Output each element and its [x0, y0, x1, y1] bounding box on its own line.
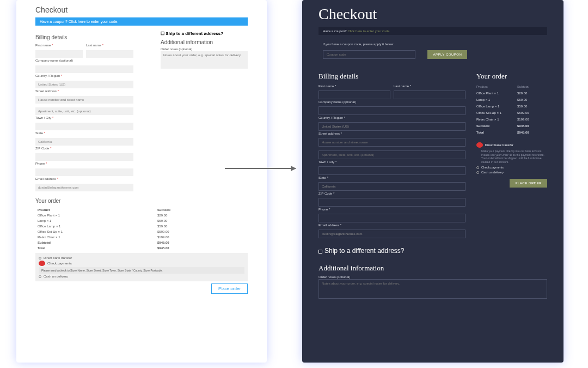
- billing-heading: Billing details: [318, 72, 465, 81]
- phone-label: Phone *: [35, 162, 133, 165]
- notes-textarea[interactable]: [161, 51, 248, 69]
- coupon-form: If you have a coupon code, please apply …: [318, 39, 547, 62]
- lastname-input[interactable]: [394, 91, 465, 99]
- lastname-input[interactable]: [86, 50, 133, 58]
- firstname-label: First name *: [318, 85, 390, 88]
- pay-check-radio[interactable]: Check payments: [39, 261, 244, 266]
- town-label: Town / City *: [35, 116, 133, 119]
- email-input[interactable]: [318, 230, 465, 238]
- company-label: Company name (optional): [318, 100, 465, 104]
- table-row: Lamp × 1$59.00: [35, 218, 248, 224]
- zip-input[interactable]: [35, 153, 133, 161]
- notes-label: Order notes (optional): [318, 275, 547, 279]
- table-row: Office Plant × 1$29.00: [476, 90, 547, 96]
- street1-input[interactable]: [35, 96, 133, 104]
- order-table: ProductSubtotal Office Plant × 1$29.00La…: [476, 83, 547, 136]
- street2-input[interactable]: [318, 150, 465, 159]
- town-label: Town / City *: [318, 160, 465, 164]
- company-input[interactable]: [318, 106, 465, 115]
- street1-input[interactable]: [318, 138, 465, 147]
- firstname-input[interactable]: [35, 50, 83, 58]
- phone-input[interactable]: [318, 214, 465, 222]
- company-label: Company name (optional): [35, 59, 133, 62]
- ship-diff-checkbox[interactable]: ☐ Ship to a different address?: [161, 31, 248, 36]
- firstname-input[interactable]: [318, 91, 390, 99]
- state-select[interactable]: [318, 182, 465, 191]
- ship-diff-checkbox[interactable]: Ship to a different address?: [318, 247, 547, 255]
- place-order-button[interactable]: PLACE ORDER: [510, 179, 547, 188]
- state-select[interactable]: [35, 138, 133, 146]
- coupon-banner[interactable]: Have a coupon? Click here to enter your …: [35, 17, 248, 26]
- place-order-button[interactable]: Place order: [211, 283, 248, 294]
- table-row: Office Lamp × 1$59.00: [35, 224, 248, 229]
- pay-check-radio[interactable]: Check payments: [476, 166, 547, 169]
- phone-input[interactable]: [35, 168, 133, 176]
- coupon-input[interactable]: [323, 50, 415, 59]
- company-input[interactable]: [35, 65, 133, 73]
- notes-label: Order notes (optional): [161, 47, 248, 51]
- email-label: Email address *: [318, 224, 465, 227]
- pay-bank-note: Make your payment directly into our bank…: [481, 149, 547, 164]
- page-title: Checkout: [35, 5, 248, 14]
- table-row: Office Lamp × 1$59.00: [476, 103, 547, 110]
- pay-check-note: Please send a check to Store Name, Store…: [39, 267, 244, 274]
- country-label: Country / Region *: [318, 116, 465, 119]
- state-label: State *: [318, 176, 465, 179]
- email-input[interactable]: [35, 184, 133, 191]
- page-title: Checkout: [318, 5, 547, 23]
- apply-coupon-button[interactable]: APPLY COUPON: [427, 50, 467, 59]
- arrow-icon: [225, 168, 296, 169]
- table-row: Relax Chair × 1$199.00: [35, 234, 248, 240]
- additional-heading: Additional information: [161, 39, 248, 45]
- table-row: Relax Chair × 1$199.00: [476, 116, 547, 123]
- lastname-label: Last name *: [86, 44, 133, 47]
- pay-bank-radio[interactable]: Direct bank transfer: [476, 142, 547, 148]
- firstname-label: First name *: [35, 44, 83, 47]
- state-label: State *: [35, 131, 133, 135]
- payment-box: Direct bank transfer Make your payment d…: [476, 142, 547, 174]
- zip-input[interactable]: [318, 198, 465, 207]
- zip-label: ZIP Code *: [318, 192, 465, 195]
- zip-label: ZIP Code *: [35, 147, 133, 150]
- country-select[interactable]: [318, 122, 465, 131]
- country-select[interactable]: [35, 81, 133, 88]
- lastname-label: Last name *: [394, 85, 465, 88]
- table-row: Office Set-Up × 1$599.00: [476, 110, 547, 116]
- table-row: Office Plant × 1$29.00: [35, 213, 248, 218]
- pay-cash-radio[interactable]: Cash on delivery: [39, 275, 244, 278]
- email-label: Email address *: [35, 177, 133, 180]
- after-panel: Checkout Have a coupon? Click here to en…: [302, 0, 564, 363]
- town-input[interactable]: [35, 123, 133, 130]
- table-row: Lamp × 1$59.00: [476, 96, 547, 103]
- street2-input[interactable]: [35, 107, 133, 115]
- before-panel: Checkout Have a coupon? Click here to en…: [16, 0, 267, 363]
- phone-label: Phone *: [318, 208, 465, 211]
- order-heading: Your order: [35, 198, 248, 204]
- street-label: Street address *: [35, 89, 133, 93]
- notes-textarea[interactable]: [318, 279, 547, 299]
- billing-heading: Billing details: [35, 34, 133, 40]
- coupon-banner[interactable]: Have a coupon? Click here to enter your …: [318, 27, 547, 35]
- country-label: Country / Region *: [35, 74, 133, 77]
- additional-heading: Additional information: [318, 264, 547, 273]
- payment-box: Direct bank transfer Check payments Plea…: [35, 253, 248, 281]
- pay-cash-radio[interactable]: Cash on delivery: [476, 171, 547, 174]
- street-label: Street address *: [318, 132, 465, 135]
- table-row: Office Set-Up × 1$599.00: [35, 229, 248, 234]
- town-input[interactable]: [318, 166, 465, 175]
- pay-bank-radio[interactable]: Direct bank transfer: [39, 256, 244, 260]
- order-table: ProductSubtotal Office Plant × 1$29.00La…: [35, 207, 248, 251]
- order-heading: Your order: [476, 72, 547, 81]
